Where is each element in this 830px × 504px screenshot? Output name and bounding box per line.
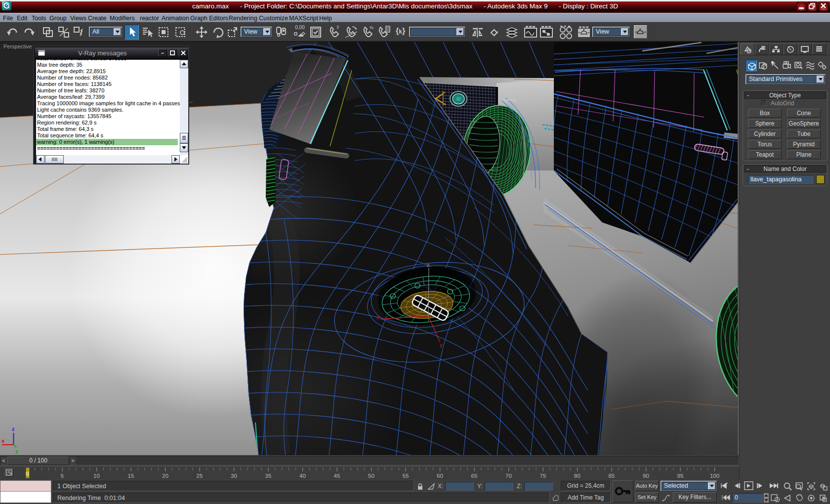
svg-text:35: 35 (265, 473, 272, 479)
svg-text:65: 65 (471, 473, 478, 479)
svg-text:80: 80 (574, 473, 581, 479)
svg-text:5: 5 (61, 473, 64, 479)
svg-text:x: x (376, 314, 379, 320)
svg-text:3: 3 (336, 25, 339, 30)
svg-text:95: 95 (677, 473, 684, 479)
svg-text:30: 30 (231, 473, 237, 479)
svg-text:x: x (1, 438, 5, 444)
svg-text:100: 100 (710, 473, 719, 479)
svg-text:z: z (12, 426, 15, 432)
svg-text:z: z (427, 262, 430, 268)
svg-text:75: 75 (540, 473, 546, 479)
svg-text:%: % (370, 25, 374, 30)
svg-text:20: 20 (162, 473, 168, 479)
svg-text:y: y (15, 448, 19, 454)
svg-text:10: 10 (93, 473, 100, 479)
svg-text:55: 55 (403, 473, 409, 479)
svg-text:85: 85 (609, 473, 615, 479)
svg-text:70: 70 (505, 473, 512, 479)
svg-text:y: y (440, 342, 443, 348)
svg-text:40: 40 (299, 473, 306, 479)
svg-text:45: 45 (334, 473, 340, 479)
svg-text:90: 90 (643, 473, 649, 479)
svg-text:60: 60 (437, 473, 443, 479)
svg-text:25: 25 (197, 473, 203, 479)
svg-text:50: 50 (368, 473, 374, 479)
svg-text:15: 15 (128, 473, 134, 479)
